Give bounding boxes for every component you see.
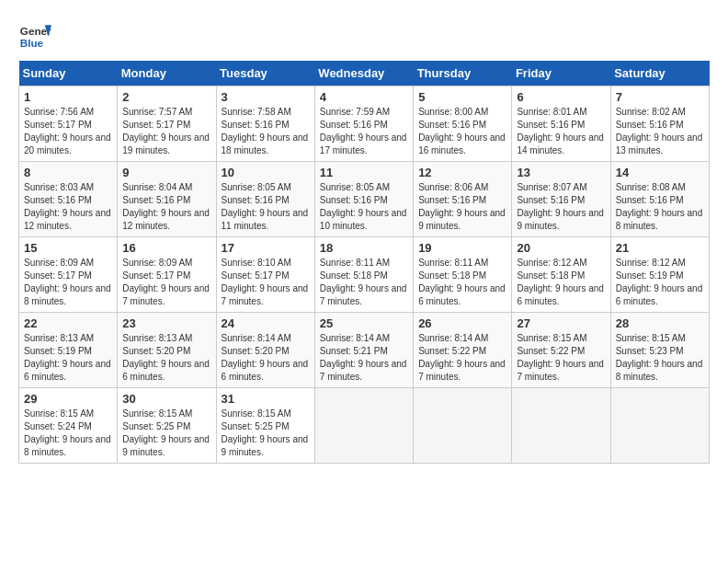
weekday-header-friday: Friday (512, 61, 610, 86)
day-info: Sunrise: 8:05 AMSunset: 5:16 PMDaylight:… (222, 181, 310, 233)
day-number: 15 (24, 241, 112, 255)
calendar-cell: 27 Sunrise: 8:15 AMSunset: 5:22 PMDaylig… (512, 313, 610, 388)
day-info: Sunrise: 8:14 AMSunset: 5:21 PMDaylight:… (320, 332, 408, 384)
day-number: 11 (320, 166, 408, 179)
weekday-header-monday: Monday (118, 61, 216, 86)
day-info: Sunrise: 8:15 AMSunset: 5:22 PMDaylight:… (517, 332, 605, 384)
calendar-cell: 13 Sunrise: 8:07 AMSunset: 5:16 PMDaylig… (512, 162, 610, 237)
calendar-cell: 18 Sunrise: 8:11 AMSunset: 5:18 PMDaylig… (314, 237, 413, 313)
calendar-cell: 19 Sunrise: 8:11 AMSunset: 5:18 PMDaylig… (414, 237, 512, 313)
day-info: Sunrise: 8:00 AMSunset: 5:16 PMDaylight:… (418, 106, 506, 157)
calendar-cell: 28 Sunrise: 8:15 AMSunset: 5:23 PMDaylig… (610, 313, 709, 388)
calendar-cell: 25 Sunrise: 8:14 AMSunset: 5:21 PMDaylig… (314, 313, 413, 388)
day-info: Sunrise: 8:14 AMSunset: 5:22 PMDaylight:… (418, 332, 506, 384)
calendar-cell: 11 Sunrise: 8:05 AMSunset: 5:16 PMDaylig… (314, 162, 413, 237)
calendar-cell: 20 Sunrise: 8:12 AMSunset: 5:18 PMDaylig… (512, 237, 610, 313)
calendar-cell (414, 388, 512, 464)
day-number: 23 (122, 316, 210, 330)
day-number: 4 (320, 90, 408, 104)
calendar-cell: 16 Sunrise: 8:09 AMSunset: 5:17 PMDaylig… (118, 237, 216, 313)
day-number: 8 (24, 166, 112, 179)
day-number: 21 (616, 241, 704, 255)
day-number: 20 (517, 241, 605, 255)
day-info: Sunrise: 7:58 AMSunset: 5:16 PMDaylight:… (222, 106, 310, 157)
calendar-cell: 4 Sunrise: 7:59 AMSunset: 5:16 PMDayligh… (314, 86, 413, 162)
calendar-week-1: 1 Sunrise: 7:56 AMSunset: 5:17 PMDayligh… (19, 86, 710, 162)
day-info: Sunrise: 8:10 AMSunset: 5:17 PMDaylight:… (222, 257, 310, 308)
calendar-cell: 6 Sunrise: 8:01 AMSunset: 5:16 PMDayligh… (512, 86, 610, 162)
calendar-cell (314, 388, 413, 464)
day-number: 31 (222, 392, 310, 406)
day-info: Sunrise: 8:15 AMSunset: 5:23 PMDaylight:… (616, 332, 704, 384)
day-number: 29 (24, 392, 112, 406)
day-info: Sunrise: 8:12 AMSunset: 5:19 PMDaylight:… (616, 257, 704, 308)
day-number: 2 (122, 90, 210, 104)
day-number: 16 (122, 241, 210, 255)
day-info: Sunrise: 8:11 AMSunset: 5:18 PMDaylight:… (418, 257, 506, 308)
calendar-cell: 14 Sunrise: 8:08 AMSunset: 5:16 PMDaylig… (610, 162, 709, 237)
day-number: 10 (222, 166, 310, 179)
calendar-cell: 17 Sunrise: 8:10 AMSunset: 5:17 PMDaylig… (216, 237, 314, 313)
calendar-cell: 7 Sunrise: 8:02 AMSunset: 5:16 PMDayligh… (610, 86, 709, 162)
calendar-header-row: SundayMondayTuesdayWednesdayThursdayFrid… (19, 61, 710, 86)
page-header: General Blue (18, 18, 710, 52)
calendar-cell: 23 Sunrise: 8:13 AMSunset: 5:20 PMDaylig… (118, 313, 216, 388)
day-number: 24 (222, 316, 310, 330)
day-info: Sunrise: 8:09 AMSunset: 5:17 PMDaylight:… (122, 257, 210, 308)
calendar-week-4: 22 Sunrise: 8:13 AMSunset: 5:19 PMDaylig… (19, 313, 710, 388)
calendar-cell (610, 388, 709, 464)
day-number: 14 (616, 166, 704, 179)
svg-text:Blue: Blue (20, 37, 44, 49)
day-number: 3 (222, 90, 310, 104)
day-info: Sunrise: 8:12 AMSunset: 5:18 PMDaylight:… (517, 257, 605, 308)
day-number: 27 (517, 316, 605, 330)
logo-icon: General Blue (18, 18, 51, 52)
day-number: 7 (616, 90, 704, 104)
day-number: 1 (24, 90, 112, 104)
day-info: Sunrise: 8:08 AMSunset: 5:16 PMDaylight:… (616, 181, 704, 233)
day-info: Sunrise: 8:07 AMSunset: 5:16 PMDaylight:… (517, 181, 605, 233)
calendar-cell: 12 Sunrise: 8:06 AMSunset: 5:16 PMDaylig… (414, 162, 512, 237)
calendar-cell: 26 Sunrise: 8:14 AMSunset: 5:22 PMDaylig… (414, 313, 512, 388)
day-info: Sunrise: 8:11 AMSunset: 5:18 PMDaylight:… (320, 257, 408, 308)
calendar-cell: 2 Sunrise: 7:57 AMSunset: 5:17 PMDayligh… (118, 86, 216, 162)
day-number: 26 (418, 316, 506, 330)
calendar-cell: 29 Sunrise: 8:15 AMSunset: 5:24 PMDaylig… (19, 388, 118, 464)
calendar-cell: 5 Sunrise: 8:00 AMSunset: 5:16 PMDayligh… (414, 86, 512, 162)
calendar-cell: 30 Sunrise: 8:15 AMSunset: 5:25 PMDaylig… (118, 388, 216, 464)
day-number: 25 (320, 316, 408, 330)
day-info: Sunrise: 7:57 AMSunset: 5:17 PMDaylight:… (122, 106, 210, 157)
day-number: 30 (122, 392, 210, 406)
weekday-header-thursday: Thursday (414, 61, 512, 86)
weekday-header-sunday: Sunday (19, 61, 118, 86)
calendar-cell: 3 Sunrise: 7:58 AMSunset: 5:16 PMDayligh… (216, 86, 314, 162)
day-info: Sunrise: 8:05 AMSunset: 5:16 PMDaylight:… (320, 181, 408, 233)
day-number: 6 (517, 90, 605, 104)
day-number: 22 (24, 316, 112, 330)
day-info: Sunrise: 8:09 AMSunset: 5:17 PMDaylight:… (24, 257, 112, 308)
day-info: Sunrise: 8:06 AMSunset: 5:16 PMDaylight:… (418, 181, 506, 233)
calendar-week-2: 8 Sunrise: 8:03 AMSunset: 5:16 PMDayligh… (19, 162, 710, 237)
day-number: 13 (517, 166, 605, 179)
day-info: Sunrise: 8:15 AMSunset: 5:24 PMDaylight:… (24, 408, 112, 459)
day-number: 17 (222, 241, 310, 255)
day-info: Sunrise: 8:03 AMSunset: 5:16 PMDaylight:… (24, 181, 112, 233)
calendar-cell (512, 388, 610, 464)
weekday-header-tuesday: Tuesday (216, 61, 314, 86)
calendar-cell: 31 Sunrise: 8:15 AMSunset: 5:25 PMDaylig… (216, 388, 314, 464)
day-info: Sunrise: 8:15 AMSunset: 5:25 PMDaylight:… (122, 408, 210, 459)
day-number: 12 (418, 166, 506, 179)
calendar-cell: 21 Sunrise: 8:12 AMSunset: 5:19 PMDaylig… (610, 237, 709, 313)
day-number: 18 (320, 241, 408, 255)
day-info: Sunrise: 8:14 AMSunset: 5:20 PMDaylight:… (222, 332, 310, 384)
calendar-week-3: 15 Sunrise: 8:09 AMSunset: 5:17 PMDaylig… (19, 237, 710, 313)
calendar-cell: 1 Sunrise: 7:56 AMSunset: 5:17 PMDayligh… (19, 86, 118, 162)
calendar-cell: 22 Sunrise: 8:13 AMSunset: 5:19 PMDaylig… (19, 313, 118, 388)
day-info: Sunrise: 7:56 AMSunset: 5:17 PMDaylight:… (24, 106, 112, 157)
calendar-cell: 10 Sunrise: 8:05 AMSunset: 5:16 PMDaylig… (216, 162, 314, 237)
day-info: Sunrise: 8:15 AMSunset: 5:25 PMDaylight:… (222, 408, 310, 459)
calendar-cell: 15 Sunrise: 8:09 AMSunset: 5:17 PMDaylig… (19, 237, 118, 313)
day-info: Sunrise: 8:13 AMSunset: 5:20 PMDaylight:… (122, 332, 210, 384)
calendar-cell: 9 Sunrise: 8:04 AMSunset: 5:16 PMDayligh… (118, 162, 216, 237)
calendar-week-5: 29 Sunrise: 8:15 AMSunset: 5:24 PMDaylig… (19, 388, 710, 464)
